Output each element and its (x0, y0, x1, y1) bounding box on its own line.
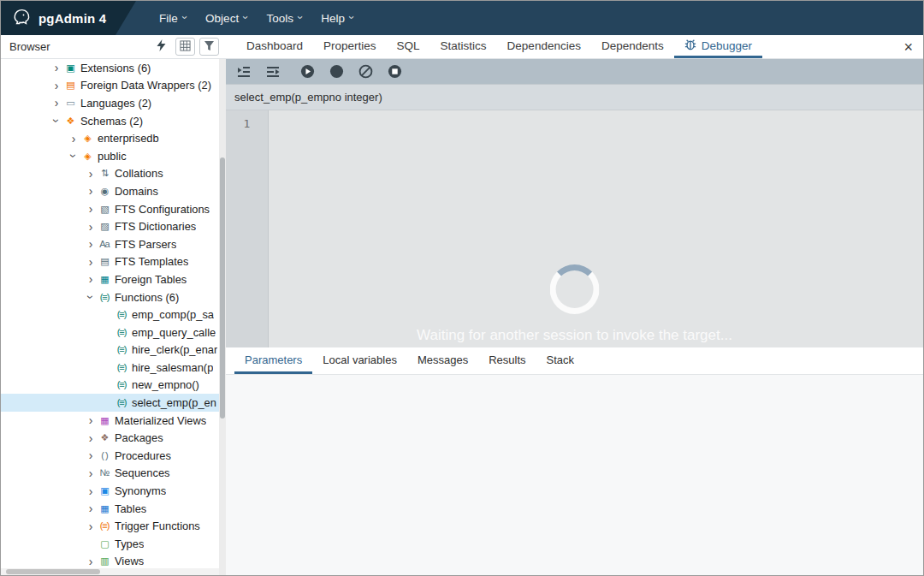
domains-icon: ◉ (97, 187, 112, 196)
tree-item-languages-2[interactable]: ›▭Languages (2) (1, 94, 219, 112)
lightning-button[interactable] (151, 38, 171, 56)
tree-item-foreign-tables[interactable]: ›▦Foreign Tables (1, 270, 219, 288)
toggle-breakpoint-button[interactable] (325, 62, 347, 82)
tab-messages[interactable]: Messages (407, 347, 478, 374)
step-into-button[interactable] (233, 62, 255, 82)
tree-horizontal-scrollbar-thumb[interactable] (6, 569, 100, 574)
content-area: ›▣Extensions (6)›▤Foreign Data Wrappers … (1, 59, 923, 575)
filter-button[interactable] (199, 38, 219, 56)
chevron-right-icon[interactable]: › (50, 80, 62, 92)
browser-header-buttons (151, 38, 219, 56)
functions-icon: (≡) (97, 293, 112, 302)
tab-label: Messages (418, 353, 468, 366)
tree-item-label: hire_salesman(p (132, 361, 213, 374)
code-editor[interactable]: 1 Waiting for another session to invoke … (226, 110, 923, 347)
chevron-right-icon[interactable]: › (85, 467, 97, 479)
tab-dependents[interactable]: Dependents (591, 35, 674, 58)
tree-item-synonyms[interactable]: ›▣Synonyms (1, 482, 219, 500)
tree-item-enterprisedb[interactable]: ›◈enterprisedb (1, 129, 219, 147)
tree-item-select-emp-p-en[interactable]: (≡)select_emp(p_en (1, 394, 219, 412)
tree-item-packages[interactable]: ›❖Packages (1, 429, 219, 447)
chevron-right-icon[interactable]: › (68, 133, 80, 145)
tab-local-variables[interactable]: Local variables (312, 347, 407, 374)
menu-tools[interactable]: Tools› (257, 1, 311, 35)
tab-parameters[interactable]: Parameters (234, 347, 312, 374)
tree-item-emp-comp-p-sa[interactable]: (≡)emp_comp(p_sa (1, 306, 219, 324)
tab-properties[interactable]: Properties (313, 35, 387, 58)
tree-item-extensions-6[interactable]: ›▣Extensions (6) (1, 59, 219, 77)
chevron-right-icon[interactable]: › (85, 449, 97, 461)
tree-item-types[interactable]: ▢Types (1, 535, 219, 553)
tree-horizontal-scrollbar[interactable] (1, 568, 219, 575)
chevron-right-icon[interactable]: › (85, 414, 97, 426)
close-icon[interactable]: × (903, 39, 913, 55)
chevron-right-icon[interactable]: › (85, 520, 97, 532)
clear-all-breakpoints-button[interactable] (354, 62, 376, 82)
tree-item-tables[interactable]: ›▦Tables (1, 500, 219, 518)
tab-label: Statistics (441, 39, 487, 52)
tree-item-emp-query-calle[interactable]: (≡)emp_query_calle (1, 324, 219, 341)
chevron-right-icon[interactable]: › (85, 273, 97, 285)
chevron-right-icon[interactable]: › (85, 238, 97, 250)
tree-item-procedures[interactable]: ›( )Procedures (1, 447, 219, 465)
tree-item-schemas-2[interactable]: ›❖Schemas (2) (1, 112, 219, 130)
tree-item-label: FTS Parsers (115, 238, 176, 251)
tree-item-fts-configurations[interactable]: ›▧FTS Configurations (1, 200, 219, 218)
tab-statistics[interactable]: Statistics (430, 35, 497, 58)
toggle-breakpoint-icon (329, 64, 344, 79)
chevron-down-icon[interactable]: › (68, 150, 80, 162)
tree-item-trigger-functions[interactable]: ›(≡)Trigger Functions (1, 517, 219, 535)
stop-button[interactable] (383, 62, 406, 82)
chevron-right-icon[interactable]: › (85, 168, 97, 180)
chevron-right-icon[interactable]: › (85, 221, 97, 233)
tab-stack[interactable]: Stack (536, 347, 585, 374)
tree-item-fts-dictionaries[interactable]: ›▨FTS Dictionaries (1, 217, 219, 235)
tree-item-hire-salesman-p[interactable]: (≡)hire_salesman(p (1, 359, 219, 377)
chevron-right-icon[interactable]: › (85, 432, 97, 444)
grid-button[interactable] (175, 38, 195, 56)
tab-label: Parameters (245, 353, 302, 366)
tab-debugger[interactable]: Debugger (674, 35, 762, 58)
tab-bar: DashboardPropertiesSQLStatisticsDependen… (226, 35, 923, 58)
menu-object[interactable]: Object› (196, 1, 257, 35)
tab-results[interactable]: Results (478, 347, 536, 374)
continue-button[interactable] (296, 62, 318, 82)
tree-item-functions-6[interactable]: ›(≡)Functions (6) (1, 288, 219, 306)
tab-dashboard[interactable]: Dashboard (236, 35, 313, 58)
tab-dependencies[interactable]: Dependencies (497, 35, 591, 58)
tree-item-label: hire_clerk(p_enar (132, 343, 217, 356)
menu-label: Tools (266, 12, 293, 25)
chevron-right-icon[interactable]: › (50, 62, 62, 74)
top-menubar: pgAdmin 4 File›Object›Tools›Help› (1, 1, 923, 35)
tree-item-hire-clerk-p-enar[interactable]: (≡)hire_clerk(p_enar (1, 341, 219, 359)
loading-spinner (549, 264, 599, 314)
chevron-right-icon[interactable]: › (85, 485, 97, 497)
chevron-right-icon[interactable]: › (85, 502, 97, 514)
mat-views-icon: ▦ (97, 416, 112, 425)
tree-item-sequences[interactable]: ›№Sequences (1, 465, 219, 483)
tree-item-new-empno[interactable]: (≡)new_empno() (1, 377, 219, 395)
function-icon: (≡) (114, 363, 129, 372)
tab-sql[interactable]: SQL (387, 35, 430, 58)
tree-item-public[interactable]: ›◈public (1, 147, 219, 165)
menu-help[interactable]: Help› (311, 1, 363, 35)
chevron-right-icon[interactable]: › (85, 185, 97, 197)
tree-item-fts-templates[interactable]: ›▤FTS Templates (1, 253, 219, 271)
chevron-right-icon[interactable]: › (50, 97, 62, 109)
chevron-right-icon[interactable]: › (85, 203, 97, 215)
chevron-down-icon[interactable]: › (85, 291, 97, 303)
tree-vertical-scrollbar[interactable] (219, 59, 226, 575)
tree-vertical-scrollbar-thumb[interactable] (220, 157, 225, 419)
chevron-right-icon[interactable]: › (85, 555, 97, 567)
step-over-button[interactable] (262, 62, 284, 82)
tree-item-materialized-views[interactable]: ›▦Materialized Views (1, 412, 219, 430)
tree-item-domains[interactable]: ›◉Domains (1, 182, 219, 200)
tree-item-fts-parsers[interactable]: ›AaFTS Parsers (1, 235, 219, 253)
menu-file[interactable]: File› (150, 1, 196, 35)
chevron-down-icon[interactable]: › (50, 115, 62, 127)
menu-label: File (159, 12, 178, 25)
chevron-right-icon[interactable]: › (85, 256, 97, 268)
waiting-overlay: Waiting for another session to invoke th… (417, 264, 732, 344)
tree-item-foreign-data-wrappers-2[interactable]: ›▤Foreign Data Wrappers (2) (1, 77, 219, 95)
tree-item-collations[interactable]: ›⇅Collations (1, 165, 219, 183)
